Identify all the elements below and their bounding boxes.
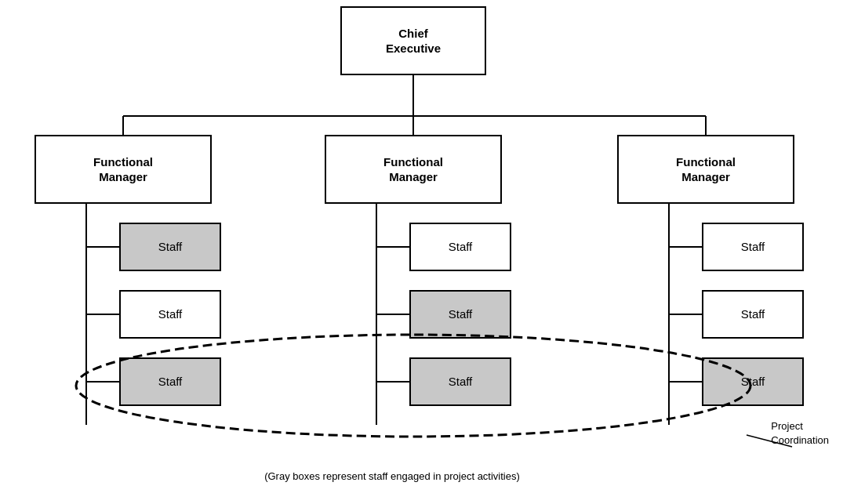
functional-manager-left-box: FunctionalManager [35,135,212,204]
staff-right-1-box: Staff [702,223,804,271]
staff-right-2-label: Staff [741,306,765,322]
fm-center-label: FunctionalManager [383,154,443,185]
staff-right-2-box: Staff [702,290,804,339]
staff-left-1-box: Staff [119,223,221,271]
staff-right-1-label: Staff [741,239,765,255]
staff-left-2-box: Staff [119,290,221,339]
staff-left-1-label: Staff [158,239,183,255]
staff-right-3-box: Staff [702,357,804,406]
chief-executive-box: ChiefExecutive [340,6,486,75]
staff-left-3-label: Staff [158,374,183,390]
gray-boxes-caption: (Gray boxes represent staff engaged in p… [157,470,627,482]
staff-center-3-label: Staff [449,374,473,390]
staff-left-3-box: Staff [119,357,221,406]
org-chart: ChiefExecutive FunctionalManager Functio… [0,0,854,504]
chief-executive-label: ChiefExecutive [386,26,441,56]
staff-center-2-label: Staff [449,306,473,322]
staff-center-3-box: Staff [409,357,511,406]
functional-manager-center-box: FunctionalManager [325,135,502,204]
functional-manager-right-box: FunctionalManager [617,135,794,204]
staff-center-1-label: Staff [449,239,473,255]
staff-left-2-label: Staff [158,306,183,322]
staff-right-3-label: Staff [741,374,765,390]
fm-left-label: FunctionalManager [93,154,153,185]
fm-right-label: FunctionalManager [676,154,736,185]
staff-center-2-box: Staff [409,290,511,339]
staff-center-1-box: Staff [409,223,511,271]
project-coordination-label: ProjectCoordination [771,419,829,448]
